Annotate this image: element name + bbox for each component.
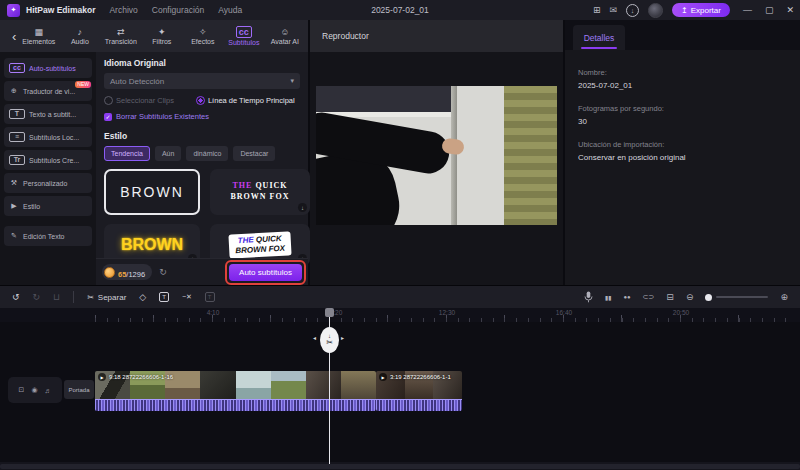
credits-total: /1296: [126, 270, 145, 279]
style-tab-tendencia[interactable]: Tendencia: [104, 146, 150, 161]
cover-button[interactable]: Portada: [64, 380, 94, 399]
style-tab-aun[interactable]: Aún: [155, 146, 181, 161]
layout-panels-icon[interactable]: ⊞: [593, 5, 601, 15]
local-subtitles-icon: ≡: [9, 132, 25, 142]
remove-subtitles-icon[interactable]: −✕: [182, 293, 192, 301]
fit-timeline-icon[interactable]: ⊟: [666, 292, 674, 302]
style-card-brown-outline[interactable]: BROWN: [104, 169, 200, 215]
link-clips-icon[interactable]: ⊂⊃: [643, 293, 655, 301]
video-clip-1[interactable]: ▶ 9:18 28722266606-1-16: [95, 371, 376, 411]
playhead-split-handle[interactable]: ↓ ✂: [320, 327, 339, 353]
microphone-icon[interactable]: [584, 291, 593, 303]
minimize-button[interactable]: —: [743, 5, 752, 15]
hide-track-icon[interactable]: ◉: [31, 386, 37, 394]
lock-track-icon[interactable]: ⊡: [19, 386, 25, 394]
language-heading: Idioma Original: [104, 58, 300, 68]
details-tab-bar: Detalles: [565, 20, 800, 50]
zoom-out-icon[interactable]: ⊖: [686, 292, 694, 302]
user-avatar[interactable]: [648, 3, 663, 18]
language-dropdown[interactable]: Auto Detección ▾: [104, 73, 300, 89]
tab-avatar-ai[interactable]: ☺ Avatar AI: [264, 27, 305, 45]
door-window: [316, 86, 456, 117]
add-text-icon[interactable]: T: [159, 292, 169, 302]
download-style-icon[interactable]: ↓: [298, 203, 307, 212]
style-tab-dinamico[interactable]: dinámico: [186, 146, 228, 161]
field-label: Ubicación de importación:: [578, 140, 787, 149]
playhead-arrow-right-icon: ▸: [341, 334, 344, 341]
keyframe-icon[interactable]: ●●: [623, 294, 630, 300]
trash-icon[interactable]: ⊔: [53, 292, 60, 302]
clip-label: 3:19 28722266606-1-1: [390, 374, 451, 380]
cc-icon: cc: [9, 63, 25, 73]
tab-transicion[interactable]: ⇄ Transición: [100, 27, 141, 45]
back-chevron-icon[interactable]: ‹: [12, 29, 16, 44]
scissors-icon: ✂: [326, 339, 333, 347]
effects-icon: ✧: [199, 27, 207, 37]
clip-play-icon: ▶: [98, 373, 106, 381]
overwrite-mode-icon[interactable]: ▮▮: [605, 294, 612, 301]
menu-ayuda[interactable]: Ayuda: [218, 5, 242, 15]
sidebar-item-traductor[interactable]: ⊕ Traductor de vi... NEW: [4, 81, 92, 101]
style-card-serif[interactable]: THE QUICK BROWN FOX ↓: [210, 169, 310, 215]
filters-icon: ✦: [158, 27, 166, 37]
subtitles-icon: cc: [236, 26, 252, 38]
coin-icon: [104, 267, 115, 278]
style-heading: Estilo: [104, 131, 300, 141]
close-button[interactable]: ✕: [786, 5, 794, 15]
sidebar-item-subtitulos-creados[interactable]: Tr Subtítulos Cre...: [4, 150, 92, 170]
refresh-icon[interactable]: ↻: [159, 267, 167, 277]
export-button[interactable]: ↥ Exportar: [672, 3, 730, 17]
collapse-arrow-icon: ▶: [9, 202, 19, 210]
text-template-icon[interactable]: T: [205, 292, 215, 302]
auto-subtitulos-button[interactable]: Auto subtítulos: [229, 264, 302, 281]
redo-icon[interactable]: ↻: [33, 292, 41, 302]
transition-icon: ⇄: [117, 27, 125, 37]
radio-seleccionar-clips[interactable]: Seleccionar Clips: [104, 96, 174, 105]
feedback-icon[interactable]: ✉: [609, 5, 617, 15]
player-title: Reproductor: [322, 31, 369, 41]
scrollbar-thumb[interactable]: [0, 464, 800, 469]
video-preview[interactable]: [316, 86, 557, 225]
sidebar-item-texto-a-subtitulos[interactable]: T Texto a subtit...: [4, 104, 92, 124]
sidebar-item-edicion-texto[interactable]: ✎ Edición Texto: [4, 226, 92, 246]
playhead-marker[interactable]: [325, 308, 334, 317]
video-clip-2[interactable]: ▶ 3:19 28722266606-1-1: [376, 371, 462, 411]
sidebar-item-personalizado[interactable]: ⚒ Personalizado: [4, 173, 92, 193]
field-value: Conservar en posición original: [578, 153, 787, 162]
style-tab-destacar[interactable]: Destacar: [233, 146, 275, 161]
auto-subtitles-panel: Idioma Original Auto Detección ▾ Selecci…: [96, 52, 308, 258]
undo-icon[interactable]: ↺: [12, 292, 20, 302]
tab-filtros[interactable]: ✦ Filtros: [141, 27, 182, 45]
player-panel-header: Reproductor: [310, 20, 563, 52]
tab-efectos[interactable]: ✧ Efectos: [182, 27, 223, 45]
menu-archivo[interactable]: Archivo: [109, 5, 137, 15]
field-value: 2025-07-02_01: [578, 81, 787, 90]
details-panel: Nombre: 2025-07-02_01 Fotogramas por seg…: [565, 50, 800, 285]
tab-audio[interactable]: ♪ Audio: [59, 27, 100, 45]
zoom-slider-handle[interactable]: [705, 294, 712, 301]
download-icon[interactable]: ↓: [626, 4, 639, 17]
house-siding: [504, 86, 557, 225]
clip-play-icon: ▶: [379, 373, 387, 381]
sidebar-item-subtitulos-locales[interactable]: ≡ Subtítulos Loc...: [4, 127, 92, 147]
horizontal-scrollbar[interactable]: [0, 462, 800, 470]
clip-label: 9:18 28722266606-1-16: [109, 374, 173, 380]
split-button[interactable]: ✂ Separar: [87, 293, 126, 302]
zoom-in-icon[interactable]: ⊕: [780, 292, 788, 302]
radio-linea-tiempo-principal[interactable]: Línea de Tiempo Principal: [196, 96, 295, 105]
tab-elementos[interactable]: ▦ Elementos: [18, 27, 59, 45]
title-bar: ✦ HitPaw Edimakor Archivo Configuración …: [0, 0, 800, 20]
project-title: 2025-07-02_01: [371, 5, 429, 15]
tab-subtitulos[interactable]: cc Subtítulos: [223, 26, 264, 46]
timeline-ruler[interactable]: 4:10 8:20 12:30 16:40 20:50: [0, 308, 800, 322]
mute-track-icon[interactable]: ♬: [44, 387, 51, 394]
zoom-slider[interactable]: [716, 296, 768, 298]
maximize-button[interactable]: ▢: [765, 5, 774, 15]
menu-configuracion[interactable]: Configuración: [152, 5, 204, 15]
sidebar-item-estilo[interactable]: ▶ Estilo: [4, 196, 92, 216]
text-to-subtitle-icon: T: [9, 109, 25, 119]
sidebar-item-auto-subtitulos[interactable]: cc Auto-subtítulos: [4, 58, 92, 78]
checkbox-borrar-subtitulos[interactable]: ✓ Borrar Subtítulos Existentes: [104, 112, 300, 121]
radio-on-icon: [196, 96, 205, 105]
badge-icon[interactable]: ◇: [139, 292, 146, 302]
